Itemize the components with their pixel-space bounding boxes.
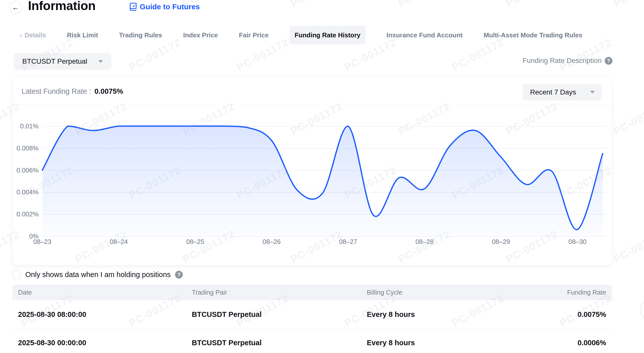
column-header-funding-rate: Funding Rate bbox=[567, 289, 606, 296]
funding-rate-description-link[interactable]: Funding Rate Description ? bbox=[523, 57, 612, 65]
symbol-select-value: BTCUSDT Perpetual bbox=[22, 57, 87, 65]
latest-funding-rate-label: Latest Funding Rate : bbox=[22, 87, 91, 95]
table-cell: 2025-08-30 08:00:00 bbox=[18, 310, 86, 318]
tab-label: Insurance Fund Account bbox=[387, 31, 463, 39]
row-divider bbox=[12, 328, 612, 329]
x-axis-tick: 08–29 bbox=[486, 238, 516, 246]
x-axis-tick: 08–26 bbox=[257, 238, 287, 246]
watermark-text: PC-001172 bbox=[611, 100, 644, 138]
x-axis-tick: 08–25 bbox=[180, 238, 210, 246]
tab-label: Risk Limit bbox=[67, 31, 98, 39]
latest-funding-rate: Latest Funding Rate : 0.0075% bbox=[22, 87, 123, 96]
y-axis-tick: 0.006% bbox=[11, 166, 39, 174]
floating-widget-button[interactable] bbox=[640, 299, 644, 320]
symbol-select[interactable]: BTCUSDT Perpetual bbox=[14, 53, 111, 70]
guide-to-futures-link[interactable]: Guide to Futures bbox=[128, 2, 200, 12]
table-cell: Every 8 hours bbox=[367, 310, 415, 318]
chart-area-fill bbox=[42, 126, 603, 236]
tab-label: Funding Rate History bbox=[295, 31, 361, 39]
watermark-text: PC-001172 bbox=[288, 0, 345, 10]
x-axis-tick: 08–27 bbox=[333, 238, 363, 246]
tab-label: Details bbox=[25, 31, 46, 39]
holding-positions-label: Only shows data when I am holding positi… bbox=[25, 271, 171, 279]
tab-fair-price[interactable]: Fair Price bbox=[239, 31, 269, 39]
column-header-trading-pair: Trading Pair bbox=[192, 289, 227, 296]
table-row: 2025-08-30 08:00:00BTCUSDT PerpetualEver… bbox=[12, 300, 612, 328]
tab-funding-rate-history[interactable]: Funding Rate History bbox=[290, 26, 366, 44]
tab-label: Index Price bbox=[183, 31, 218, 39]
back-button[interactable]: ← bbox=[9, 1, 22, 14]
tab-trading-rules[interactable]: Trading Rules bbox=[119, 31, 162, 39]
page-title: Information bbox=[28, 0, 95, 13]
range-select-value: Recent 7 Days bbox=[530, 88, 576, 96]
arrow-left-icon: ← bbox=[12, 4, 19, 12]
column-header-billing-cycle: Billing Cycle bbox=[367, 289, 402, 296]
chevron-left-icon: ‹ bbox=[20, 31, 22, 39]
table-cell: 0.0075% bbox=[578, 310, 606, 318]
y-axis-tick: 0.008% bbox=[11, 144, 39, 152]
question-circle-icon: ? bbox=[605, 57, 612, 65]
table-cell: BTCUSDT Perpetual bbox=[192, 338, 262, 347]
guide-book-icon bbox=[128, 2, 138, 12]
watermark-text: PC-001172 bbox=[504, 0, 560, 10]
holding-positions-checkbox[interactable] bbox=[12, 270, 21, 279]
range-select[interactable]: Recent 7 Days bbox=[523, 84, 602, 101]
watermark-text: PC-001172 bbox=[396, 0, 452, 10]
gridline bbox=[42, 236, 606, 237]
tab-label: Multi-Asset Mode Trading Rules bbox=[484, 31, 582, 39]
tab-insurance-fund-account[interactable]: Insurance Fund Account bbox=[387, 31, 463, 39]
tab-risk-limit[interactable]: Risk Limit bbox=[67, 31, 98, 39]
tab-label: Fair Price bbox=[239, 31, 269, 39]
x-axis-tick: 08–23 bbox=[27, 238, 57, 246]
table-cell: Every 8 hours bbox=[367, 338, 415, 347]
chevron-down-icon bbox=[98, 60, 103, 63]
x-axis-tick: 08–24 bbox=[104, 238, 134, 246]
funding-rate-description-label: Funding Rate Description bbox=[523, 57, 602, 65]
question-circle-icon: ? bbox=[175, 271, 183, 279]
table-cell: 2025-08-30 00:00:00 bbox=[18, 338, 86, 347]
latest-funding-rate-value: 0.0075% bbox=[94, 87, 123, 95]
watermark-text: PC-001172 bbox=[611, 0, 644, 10]
x-axis-tick: 08–30 bbox=[562, 238, 592, 246]
tab-label: Trading Rules bbox=[119, 31, 162, 39]
card-divider bbox=[13, 105, 612, 105]
table-cell: 0.0006% bbox=[578, 338, 606, 347]
y-axis-tick: 0.002% bbox=[11, 210, 39, 218]
tab-index-price[interactable]: Index Price bbox=[183, 31, 218, 39]
holding-positions-filter: Only shows data when I am holding positi… bbox=[12, 270, 183, 279]
funding-rate-chart bbox=[42, 126, 603, 236]
x-axis-tick: 08–28 bbox=[410, 238, 440, 246]
guide-link-label: Guide to Futures bbox=[140, 3, 200, 11]
y-axis-tick: 0.004% bbox=[11, 188, 39, 196]
column-header-date: Date bbox=[18, 289, 32, 296]
table-header: Date Trading Pair Billing Cycle Funding … bbox=[12, 285, 612, 300]
table-row: 2025-08-30 00:00:00BTCUSDT PerpetualEver… bbox=[12, 328, 612, 353]
tabs: ‹DetailsRisk LimitTrading RulesIndex Pri… bbox=[20, 26, 582, 44]
futures-information-page: ← Information Guide to Futures ‹DetailsR… bbox=[0, 0, 644, 353]
funding-rate-chart-card: Latest Funding Rate : 0.0075% Recent 7 D… bbox=[12, 76, 612, 265]
y-axis-tick: 0.01% bbox=[11, 122, 39, 130]
tab-multi-asset-mode-trading-rules[interactable]: Multi-Asset Mode Trading Rules bbox=[484, 31, 582, 39]
chevron-down-icon bbox=[590, 91, 595, 94]
watermark-text: PC-001172 bbox=[611, 228, 644, 266]
table-cell: BTCUSDT Perpetual bbox=[192, 310, 262, 318]
tab-details[interactable]: ‹Details bbox=[20, 31, 46, 39]
